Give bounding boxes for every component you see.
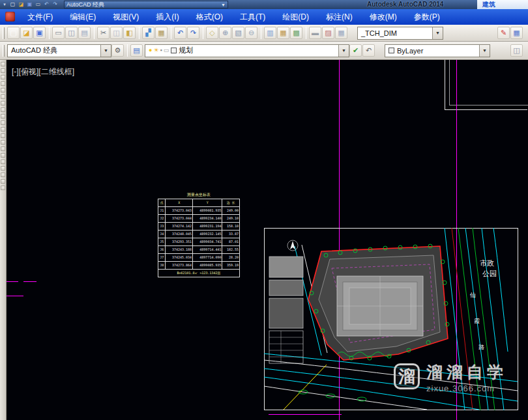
- color-combo[interactable]: ByLayer ▼: [385, 44, 490, 57]
- side-tool-button[interactable]: [1, 88, 5, 92]
- side-tool-button[interactable]: [1, 179, 5, 184]
- open-icon[interactable]: ◪: [20, 27, 33, 39]
- side-tool-button[interactable]: [1, 173, 5, 177]
- side-tool-button[interactable]: [1, 160, 5, 164]
- menu-item[interactable]: 工具(T): [231, 9, 274, 25]
- side-tool-button[interactable]: [1, 75, 5, 79]
- designcenter-icon[interactable]: ▦: [277, 27, 289, 39]
- viewport-view-control[interactable]: [俯视]: [19, 67, 39, 76]
- layer-plot-icon[interactable]: ▭: [164, 48, 169, 53]
- zoom-previous-icon[interactable]: ⊖: [245, 27, 257, 39]
- markup-icon[interactable]: ▨: [322, 27, 334, 39]
- side-tool-button[interactable]: [1, 62, 5, 66]
- layer-previous-icon[interactable]: ↶: [362, 44, 375, 57]
- layer-freeze-sun-icon[interactable]: ☀: [153, 48, 158, 53]
- model-space-canvas[interactable]: [-][俯视][二维线框] 测量点坐标表 点XY边 长 J1374273.043…: [7, 60, 528, 420]
- plot-preview-icon[interactable]: ◫: [65, 27, 78, 39]
- properties-icon[interactable]: ▥: [264, 27, 276, 39]
- redo-icon[interactable]: ↷: [51, 1, 59, 8]
- zoom-realtime-icon[interactable]: ⊕: [219, 27, 231, 39]
- side-tool-button[interactable]: [1, 186, 5, 190]
- paste-icon[interactable]: ◧: [123, 27, 136, 39]
- menu-item[interactable]: 视图(V): [104, 9, 147, 25]
- publish-icon[interactable]: ▤: [78, 27, 91, 39]
- side-tool-button[interactable]: [1, 68, 5, 73]
- menu-item[interactable]: 编辑(E): [61, 9, 104, 25]
- plot-icon[interactable]: ▭: [35, 1, 42, 8]
- undo-icon[interactable]: ↶: [43, 1, 50, 8]
- side-tool-button[interactable]: [1, 94, 5, 99]
- undo-icon[interactable]: ↶: [174, 27, 186, 39]
- new-icon[interactable]: ▢: [9, 1, 16, 8]
- menu-item[interactable]: 标注(N): [317, 9, 361, 25]
- menu-item[interactable]: 格式(O): [188, 9, 231, 25]
- coord-table-row: J8374273.8644899085.935359.19: [158, 262, 240, 270]
- table-style-icon[interactable]: ▦: [510, 27, 523, 39]
- viewport-controls: [-][俯视][二维线框]: [12, 66, 74, 77]
- chevron-down-icon[interactable]: ▼: [221, 3, 226, 7]
- make-current-icon[interactable]: ✔: [349, 44, 362, 57]
- qat-customize-icon[interactable]: ▾: [1, 2, 8, 7]
- coord-cell: J5: [158, 238, 166, 246]
- chevron-down-icon[interactable]: ▼: [479, 45, 490, 57]
- annotate-pencil-icon[interactable]: ✎: [497, 27, 510, 39]
- side-tool-button[interactable]: [1, 153, 5, 158]
- layer-on-bulb-icon[interactable]: ●: [149, 48, 152, 53]
- menu-item[interactable]: 修改(M): [361, 9, 405, 25]
- side-tool-button[interactable]: [1, 120, 5, 125]
- new-icon[interactable]: ▢: [7, 27, 20, 39]
- side-tool-button[interactable]: [1, 140, 5, 145]
- layer-combo[interactable]: ●☀▪▭ 规划 ▼: [145, 44, 349, 57]
- menu-item[interactable]: 插入(I): [147, 9, 187, 25]
- chevron-down-icon[interactable]: ▼: [432, 27, 443, 39]
- menu-item[interactable]: 绘图(D): [274, 9, 317, 25]
- chevron-down-icon[interactable]: ▼: [338, 45, 349, 57]
- draw-order-icon[interactable]: ◫: [510, 44, 523, 57]
- coord-cell: J7: [158, 254, 166, 262]
- chevron-down-icon[interactable]: ▼: [100, 45, 111, 57]
- side-tool-button[interactable]: [1, 166, 5, 171]
- document-name: 建筑: [477, 0, 528, 9]
- save-icon[interactable]: ▣: [33, 27, 46, 39]
- coord-cell: 33.87: [222, 231, 240, 238]
- copy-icon[interactable]: ◫: [110, 27, 123, 39]
- sheetset-manager-icon[interactable]: ▬: [309, 27, 321, 39]
- side-tool-button[interactable]: [1, 133, 5, 138]
- tool-palettes-icon[interactable]: ▩: [290, 27, 302, 39]
- plot-icon[interactable]: ▭: [52, 27, 65, 39]
- coord-col-header: Y: [193, 199, 222, 207]
- side-tool-button[interactable]: [1, 81, 5, 86]
- coord-cell: 4899034.741: [193, 238, 222, 246]
- gear-icon[interactable]: ⚙: [111, 44, 124, 57]
- toolbar-separator: [94, 27, 95, 39]
- save-icon[interactable]: ▣: [26, 1, 33, 8]
- menu-item[interactable]: 文件(F): [19, 9, 61, 25]
- side-tool-button[interactable]: [1, 127, 5, 132]
- layer-lock-icon[interactable]: ▪: [160, 48, 162, 53]
- match-properties-icon[interactable]: ▞: [142, 27, 154, 39]
- park-label-line1: 市政: [480, 259, 494, 268]
- toolbar-grip[interactable]: [3, 45, 5, 57]
- quickcalc-icon[interactable]: ▦: [335, 27, 347, 39]
- side-tool-button[interactable]: [1, 107, 5, 112]
- menu-item[interactable]: 参数(P): [405, 9, 448, 25]
- pan-icon[interactable]: ◇: [206, 27, 218, 39]
- side-tool-button[interactable]: [1, 147, 5, 151]
- coord-cell: 182.55: [222, 246, 240, 254]
- workspace-combo[interactable]: AutoCAD 经典 ▼: [7, 44, 111, 57]
- layer-color-swatch: [171, 48, 177, 53]
- app-icon[interactable]: [5, 12, 15, 21]
- zoom-window-icon[interactable]: ▧: [232, 27, 244, 39]
- workspace-combo-qat[interactable]: AutoCAD 经典 ▼: [64, 1, 228, 8]
- dim-style-combo[interactable]: _TCH_DIM ▼: [357, 27, 443, 40]
- cut-icon[interactable]: ✂: [97, 27, 110, 39]
- viewport-visual-style-control[interactable]: [二维线框]: [38, 67, 74, 76]
- side-tool-button[interactable]: [1, 101, 5, 105]
- redo-icon[interactable]: ↷: [187, 27, 199, 39]
- viewport-minimize-control[interactable]: [-]: [12, 67, 19, 76]
- block-editor-icon[interactable]: ▦: [155, 27, 168, 39]
- layer-properties-icon[interactable]: ▤: [130, 44, 143, 57]
- toolbar-grip[interactable]: [3, 27, 5, 39]
- open-icon[interactable]: ◪: [18, 1, 25, 8]
- side-tool-button[interactable]: [1, 114, 5, 119]
